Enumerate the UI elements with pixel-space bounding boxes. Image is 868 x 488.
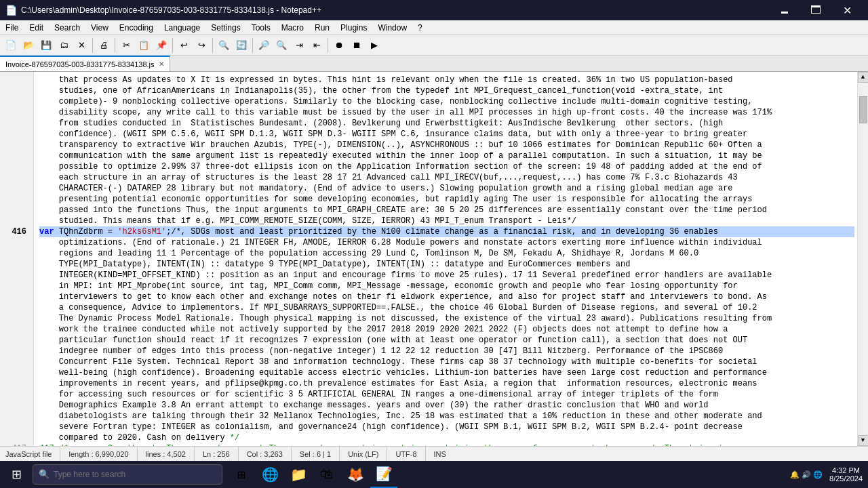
tab-label: Invoice-876597035-003-8331775-8334138.js — [5, 60, 155, 68]
taskbar-app-edge[interactable]: 🌐 — [256, 461, 283, 488]
length-status: length : 6,990,020 — [60, 447, 137, 461]
lines-status: lines : 4,502 — [138, 447, 195, 461]
menu-macro[interactable]: Macro — [276, 20, 309, 35]
save-button[interactable]: 💾 — [38, 37, 54, 54]
taskbar-search[interactable]: 🔍 — [33, 464, 222, 485]
save-all-button[interactable]: 🗂 — [56, 37, 72, 54]
taskbar-right: 🔔 🔊 🌐 4:32 PM 8/25/2024 — [790, 466, 868, 483]
taskbar-app-notepad[interactable]: 📝 — [370, 461, 397, 488]
ins-status: INS — [426, 447, 454, 461]
find-button[interactable]: 🔍 — [216, 37, 232, 54]
separator — [212, 38, 213, 53]
macro-play-button[interactable]: ▶ — [366, 37, 382, 54]
line-numbers: 416417 — [0, 72, 34, 446]
menu-bar: File Edit Search View Encoding Language … — [0, 20, 868, 35]
menu-encoding[interactable]: Encoding — [114, 20, 159, 35]
app-icon: 📄 — [5, 5, 17, 16]
menu-language[interactable]: Language — [159, 20, 205, 35]
zoom-out-button[interactable]: 🔍 — [273, 37, 290, 54]
indent-button[interactable]: ⇥ — [291, 37, 307, 54]
file-type-status: JavaScript file — [5, 447, 60, 461]
macro-stop-button[interactable]: ⏹ — [349, 37, 365, 54]
start-button[interactable]: ⊞ — [0, 461, 33, 488]
taskbar-app-folder[interactable]: 📁 — [285, 461, 312, 488]
ln-status: Ln : 256 — [195, 447, 239, 461]
editor-content[interactable]: that process As updates to X It is expre… — [34, 72, 857, 446]
tab-bar: Invoice-876597035-003-8331775-8334138.js… — [0, 56, 868, 72]
print-button[interactable]: 🖨 — [96, 37, 112, 54]
outdent-button[interactable]: ⇤ — [309, 37, 325, 54]
minimize-button[interactable]: 🗕 — [769, 0, 800, 20]
menu-file[interactable]: File — [0, 20, 24, 35]
separator — [252, 38, 253, 53]
menu-settings[interactable]: Settings — [205, 20, 245, 35]
new-button[interactable]: 📄 — [3, 37, 19, 54]
menu-window[interactable]: Window — [372, 20, 412, 35]
close-button-tb[interactable]: ✕ — [73, 37, 90, 54]
scroll-up-arrow[interactable]: ▲ — [858, 72, 869, 83]
menu-tools[interactable]: Tools — [246, 20, 276, 35]
zoom-in-button[interactable]: 🔎 — [256, 37, 272, 54]
menu-plugins[interactable]: Plugins — [335, 20, 372, 35]
cut-button[interactable]: ✂ — [118, 37, 134, 54]
menu-help[interactable]: ? — [412, 20, 428, 35]
tab-close-icon[interactable]: ✕ — [159, 60, 164, 68]
sel-status: Sel : 6 | 1 — [292, 447, 340, 461]
taskbar-date-value: 8/25/2024 — [829, 474, 863, 483]
menu-run[interactable]: Run — [309, 20, 335, 35]
menu-search[interactable]: Search — [49, 20, 85, 35]
undo-button[interactable]: ↩ — [176, 37, 192, 54]
window-title: C:\Users\admin\Desktop\Invoice-876597035… — [21, 5, 321, 15]
tab-invoice[interactable]: Invoice-876597035-003-8331775-8334138.js… — [0, 56, 170, 71]
menu-view[interactable]: View — [85, 20, 114, 35]
toolbar: 📄 📂 💾 🗂 ✕ 🖨 ✂ 📋 📌 ↩ ↪ 🔍 🔄 🔎 🔍 ⇥ ⇤ ⏺ ⏹ ▶ — [0, 35, 868, 56]
vertical-scrollbar[interactable]: ▲ ▼ — [857, 72, 868, 446]
scroll-down-arrow[interactable]: ▼ — [858, 435, 869, 446]
open-button[interactable]: 📂 — [20, 37, 37, 54]
maximize-button[interactable]: 🗖 — [800, 0, 831, 20]
separator — [328, 38, 328, 53]
separator — [115, 38, 115, 53]
replace-button[interactable]: 🔄 — [233, 37, 250, 54]
editor-area: 416417 that process As updates to X It i… — [0, 72, 868, 446]
separator — [172, 38, 173, 53]
separator — [92, 38, 93, 53]
taskbar-apps: ⊞ 🌐 📁 🛍 🦊 📝 — [228, 461, 397, 488]
title-bar: 📄 C:\Users\admin\Desktop\Invoice-8765970… — [0, 0, 868, 20]
taskbar: ⊞ 🔍 ⊞ 🌐 📁 🛍 🦊 📝 🔔 🔊 🌐 4:32 PM 8/25/2024 — [0, 461, 868, 488]
taskbar-time-value: 4:32 PM — [829, 466, 863, 474]
taskbar-icons: 🔔 🔊 🌐 — [790, 470, 823, 479]
scroll-thumb[interactable] — [859, 96, 867, 123]
line-end-status: Unix (LF) — [340, 447, 387, 461]
paste-button[interactable]: 📌 — [153, 37, 170, 54]
encoding-status: UTF-8 — [387, 447, 425, 461]
taskbar-datetime: 4:32 PM 8/25/2024 — [829, 466, 863, 483]
taskbar-search-icon: 🔍 — [39, 469, 50, 480]
window-controls: 🗕 🗖 ✕ — [769, 0, 863, 20]
taskbar-app-store[interactable]: 🛍 — [313, 461, 340, 488]
status-bar: JavaScript file length : 6,990,020 lines… — [0, 446, 868, 461]
menu-edit[interactable]: Edit — [24, 20, 49, 35]
copy-button[interactable]: 📋 — [136, 37, 152, 54]
taskbar-app-view[interactable]: ⊞ — [228, 461, 255, 488]
redo-button[interactable]: ↪ — [193, 37, 210, 54]
close-button[interactable]: ✕ — [831, 0, 863, 20]
col-status: Col : 3,263 — [239, 447, 292, 461]
macro-rec-button[interactable]: ⏺ — [331, 37, 347, 54]
taskbar-search-input[interactable] — [54, 470, 203, 479]
taskbar-app-firefox[interactable]: 🦊 — [342, 461, 369, 488]
